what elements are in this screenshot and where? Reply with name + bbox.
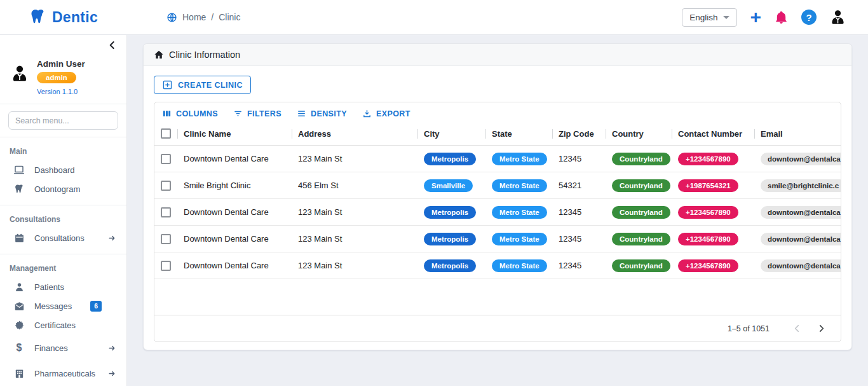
sidebar-item-label: Certificates bbox=[34, 321, 76, 330]
plus-square-icon bbox=[162, 79, 173, 90]
sidebar: Admin User admin Version 1.1.0 Main Dash… bbox=[0, 35, 127, 386]
patients-icon bbox=[13, 282, 25, 293]
sidebar-item-dashboard[interactable]: Dashboard bbox=[0, 160, 126, 179]
row-checkbox[interactable] bbox=[161, 261, 171, 271]
breadcrumb-home[interactable]: Home bbox=[182, 12, 206, 22]
density-icon bbox=[297, 109, 306, 118]
select-all-checkbox[interactable] bbox=[161, 128, 171, 139]
export-label: EXPORT bbox=[376, 109, 410, 118]
column-header-email[interactable]: Email bbox=[754, 122, 841, 145]
sidebar-item-patients[interactable]: Patients bbox=[0, 277, 126, 296]
language-selector-value: English bbox=[689, 13, 717, 22]
sidebar-item-label: Odontogram bbox=[34, 184, 80, 194]
table-row[interactable]: Downtown Dental Care 123 Main St Metropo… bbox=[154, 199, 841, 226]
sidebar-item-label: Dashboard bbox=[34, 165, 75, 175]
breadcrumb-current: Clinic bbox=[219, 12, 240, 22]
filters-button[interactable]: FILTERS bbox=[233, 109, 281, 118]
nav-section-management: Management bbox=[0, 254, 126, 277]
previous-page-button[interactable] bbox=[786, 318, 808, 340]
sidebar-item-consultations[interactable]: Consultations bbox=[0, 228, 126, 247]
row-checkbox[interactable] bbox=[161, 154, 171, 164]
column-header-clinic-name[interactable]: Clinic Name bbox=[177, 122, 292, 145]
version-label[interactable]: Version 1.1.0 bbox=[37, 88, 85, 95]
table-row[interactable]: Downtown Dental Care 123 Main St Metropo… bbox=[154, 226, 841, 252]
notifications-icon[interactable] bbox=[774, 10, 789, 25]
column-header-contact-number[interactable]: Contact Number bbox=[672, 122, 754, 145]
city-badge: Metropolis bbox=[424, 233, 476, 245]
sidebar-item-finances[interactable]: $ Finances bbox=[0, 338, 126, 357]
filters-icon bbox=[233, 109, 243, 118]
table-row[interactable]: Downtown Dental Care 123 Main St Metropo… bbox=[154, 146, 841, 172]
column-header-zip-code[interactable]: Zip Code bbox=[552, 122, 606, 145]
state-badge: Metro State bbox=[492, 179, 547, 192]
sidebar-item-odontogram[interactable]: Odontogram bbox=[0, 179, 126, 198]
cell-zip-code: 12345 bbox=[552, 252, 606, 279]
row-checkbox[interactable] bbox=[161, 234, 171, 244]
column-header-address[interactable]: Address bbox=[292, 122, 417, 145]
sidebar-collapse-icon[interactable] bbox=[107, 40, 118, 50]
contact-number-badge: +1234567890 bbox=[678, 153, 738, 165]
sidebar-item-label: Messages bbox=[34, 301, 72, 311]
cell-address: 123 Main St bbox=[292, 252, 417, 279]
sidebar-item-messages[interactable]: Messages 6 bbox=[0, 296, 126, 315]
brand-logo[interactable]: Dentic bbox=[0, 8, 127, 26]
pagination-range-label: 1–5 of 1051 bbox=[728, 324, 770, 333]
tooth-icon bbox=[13, 184, 25, 195]
sidebar-item-pharmaceuticals[interactable]: Pharmaceuticals bbox=[0, 364, 126, 383]
email-chip: downtown@dentalca bbox=[761, 259, 841, 272]
export-icon bbox=[362, 109, 372, 118]
cell-address: 123 Main St bbox=[292, 146, 417, 172]
contact-number-badge: +1987654321 bbox=[678, 179, 738, 192]
columns-button[interactable]: COLUMNS bbox=[162, 109, 218, 118]
help-icon[interactable]: ? bbox=[801, 10, 817, 25]
card-title: Clinic Information bbox=[169, 50, 240, 60]
row-checkbox[interactable] bbox=[161, 181, 171, 191]
column-header-city[interactable]: City bbox=[417, 122, 485, 145]
card-header: Clinic Information bbox=[144, 44, 851, 66]
sidebar-item-label: Patients bbox=[34, 282, 64, 292]
add-icon[interactable]: + bbox=[750, 10, 761, 24]
next-page-button[interactable] bbox=[810, 318, 832, 340]
contact-number-badge: +1234567890 bbox=[678, 259, 738, 272]
country-badge: Countryland bbox=[612, 206, 670, 219]
nav-section-main: Main bbox=[0, 137, 126, 160]
search-menu-input[interactable] bbox=[8, 111, 118, 130]
create-clinic-button[interactable]: CREATE CLINIC bbox=[154, 76, 251, 94]
user-avatar-icon bbox=[10, 64, 29, 83]
column-header-state[interactable]: State bbox=[485, 122, 552, 145]
density-button[interactable]: DENSITY bbox=[297, 109, 347, 118]
main-content: Clinic Information CREATE CLINIC COLUMNS bbox=[127, 35, 868, 386]
columns-label: COLUMNS bbox=[176, 109, 218, 118]
language-selector[interactable]: English bbox=[682, 8, 737, 27]
clinic-information-card: Clinic Information CREATE CLINIC COLUMNS bbox=[143, 43, 852, 350]
email-chip: smile@brightclinic.c bbox=[761, 179, 841, 192]
state-badge: Metro State bbox=[492, 233, 547, 245]
filters-label: FILTERS bbox=[247, 109, 281, 118]
table-header-row: Clinic Name Address City State Zip Code … bbox=[154, 122, 841, 146]
cell-zip-code: 54321 bbox=[552, 172, 606, 198]
export-button[interactable]: EXPORT bbox=[362, 109, 410, 118]
table-toolbar: COLUMNS FILTERS DENSITY EXPORT bbox=[154, 102, 841, 122]
top-header: Dentic Home / Clinic English + ? bbox=[0, 0, 868, 35]
table-row[interactable]: Downtown Dental Care 123 Main St Metropo… bbox=[154, 252, 841, 279]
nav-section-consultations: Consultations bbox=[0, 205, 126, 228]
messages-icon bbox=[13, 301, 25, 312]
account-icon[interactable] bbox=[829, 9, 846, 26]
sidebar-item-certificates[interactable]: Certificates bbox=[0, 315, 126, 334]
row-checkbox[interactable] bbox=[161, 207, 171, 217]
expand-arrow-icon bbox=[108, 344, 116, 352]
breadcrumb: Home / Clinic bbox=[166, 12, 240, 23]
sidebar-item-label: Finances bbox=[34, 343, 98, 353]
cell-clinic-name: Downtown Dental Care bbox=[177, 252, 292, 279]
pharmaceuticals-icon bbox=[13, 368, 25, 379]
country-badge: Countryland bbox=[612, 179, 670, 192]
state-badge: Metro State bbox=[492, 259, 547, 272]
cell-clinic-name: Downtown Dental Care bbox=[177, 199, 292, 225]
tooth-logo-icon bbox=[29, 8, 47, 26]
help-glyph: ? bbox=[806, 12, 811, 23]
cell-address: 123 Main St bbox=[292, 226, 417, 252]
table-empty-space bbox=[154, 279, 841, 315]
column-header-country[interactable]: Country bbox=[606, 122, 672, 145]
table-row[interactable]: Smile Bright Clinic 456 Elm St Smallvill… bbox=[154, 172, 841, 199]
cell-clinic-name: Smile Bright Clinic bbox=[177, 172, 292, 198]
